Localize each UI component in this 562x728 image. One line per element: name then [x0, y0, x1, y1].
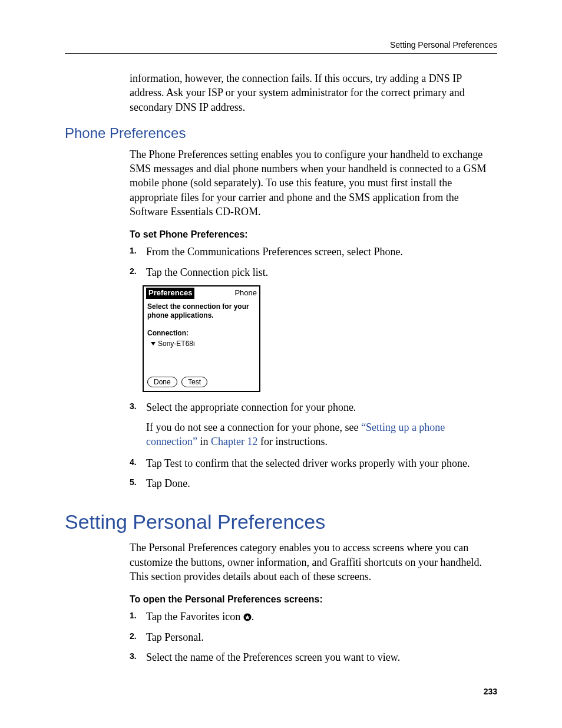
personal-step-1: Tap the Favorites icon .: [130, 610, 497, 624]
mock-connection-picklist[interactable]: Sony-ET68i: [147, 340, 256, 349]
favorites-icon: [243, 611, 252, 622]
personal-prefs-steps: Tap the Favorites icon . Tap Personal. S…: [130, 610, 497, 664]
personal-prefs-block: The Personal Preferences category enable…: [130, 541, 497, 664]
personal-prefs-subhead: To open the Personal Preferences screens…: [130, 594, 497, 605]
mock-prompt: Select the connection for your phone app…: [147, 302, 256, 321]
mock-title-right: Phone: [234, 288, 257, 298]
mock-button-row: Done Test: [144, 374, 259, 391]
mock-test-button[interactable]: Test: [181, 377, 207, 387]
running-head: Setting Personal Preferences: [65, 38, 497, 50]
mock-title-left: Preferences: [146, 288, 194, 299]
personal-step-1-prefix: Tap the Favorites icon: [146, 611, 243, 622]
phone-prefs-paragraph: The Phone Preferences setting enables yo…: [130, 147, 497, 219]
step3-sub-prefix: If you do not see a connection for your …: [146, 421, 361, 433]
phone-prefs-steps-3-5: Select the appropriate connection for yo…: [130, 400, 497, 414]
content-column: information, however, the connection fai…: [130, 71, 497, 114]
phone-preferences-heading: Phone Preferences: [65, 125, 497, 141]
phone-step-5: Tap Done.: [130, 476, 497, 490]
phone-step-3: Select the appropriate connection for yo…: [130, 400, 497, 414]
phone-prefs-steps-1-2: From the Communications Preferences scre…: [130, 245, 497, 279]
phone-prefs-screenshot: Preferences Phone Select the connection …: [143, 285, 260, 392]
link-chapter-12[interactable]: Chapter 12: [211, 436, 257, 447]
phone-step-3-sub: If you do not see a connection for your …: [130, 420, 497, 449]
setting-personal-preferences-heading: Setting Personal Preferences: [65, 510, 497, 533]
phone-prefs-block: The Phone Preferences setting enables yo…: [130, 147, 497, 490]
phone-step-2: Tap the Connection pick list.: [130, 265, 497, 279]
dropdown-triangle-icon: [151, 342, 156, 345]
phone-prefs-steps-4-5: Tap Test to confirm that the selected dr…: [130, 456, 497, 491]
mock-done-button[interactable]: Done: [147, 377, 177, 387]
intro-paragraph: information, however, the connection fai…: [130, 71, 497, 114]
mock-body: Select the connection for your phone app…: [144, 300, 259, 374]
step3-sub-suffix: for instructions.: [257, 436, 328, 447]
header-rule: [65, 53, 497, 54]
page: Setting Personal Preferences information…: [0, 0, 562, 728]
mock-titlebar: Preferences Phone: [144, 286, 259, 300]
phone-step-4: Tap Test to confirm that the selected dr…: [130, 456, 497, 470]
personal-prefs-paragraph: The Personal Preferences category enable…: [130, 541, 497, 584]
mock-connection-label: Connection:: [147, 329, 256, 338]
page-number: 233: [484, 687, 497, 696]
step3-sub-mid: in: [197, 436, 211, 447]
personal-step-2: Tap Personal.: [130, 630, 497, 644]
phone-step-1: From the Communications Preferences scre…: [130, 245, 497, 259]
personal-step-3: Select the name of the Preferences scree…: [130, 650, 497, 664]
personal-step-1-suffix: .: [252, 611, 254, 622]
mock-connection-value: Sony-ET68i: [158, 340, 195, 348]
phone-prefs-subhead: To set Phone Preferences:: [130, 229, 497, 240]
